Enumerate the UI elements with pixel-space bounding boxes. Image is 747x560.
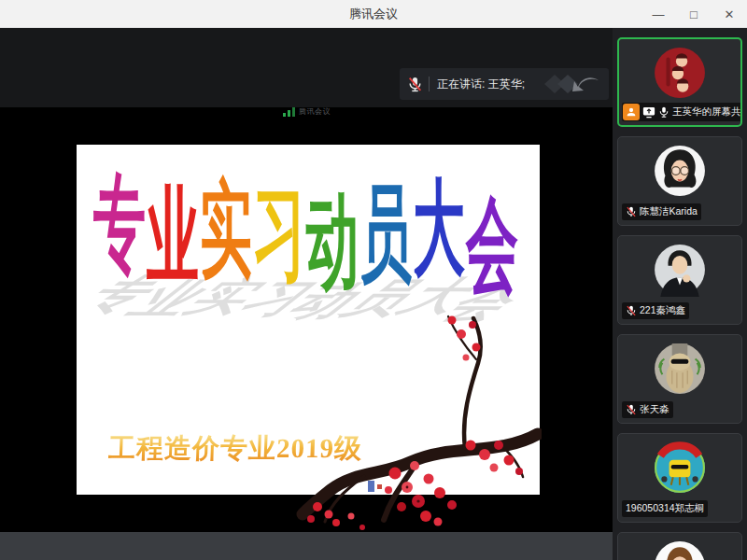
participants-sidebar: 王英华的屏幕共享 陈慧洁Karida — [613, 28, 747, 560]
mic-muted-icon — [626, 206, 637, 217]
watermark-logo-icons — [543, 72, 601, 96]
title-char: 专 — [93, 173, 120, 277]
participant-name: 陈慧洁Karida — [640, 205, 698, 218]
reply-arrow-icon — [572, 77, 599, 91]
divider — [429, 77, 430, 91]
slide-title-wrap: 专业实习动员大会 专业实习动员大会 — [93, 173, 523, 313]
mic-muted-icon — [626, 404, 637, 415]
speaking-label: 正在讲话: 王英华; — [437, 77, 543, 92]
participant-tile-partial[interactable] — [617, 532, 742, 560]
bottom-strip — [0, 532, 613, 560]
title-char: 动 — [306, 189, 333, 294]
mic-muted-icon — [407, 77, 423, 92]
participant-name: 张天淼 — [640, 403, 669, 416]
participant-tile[interactable]: 196050314郑志桐 — [617, 433, 742, 523]
participant-tile-sharing[interactable]: 王英华的屏幕共享 — [617, 37, 742, 127]
title-char: 业 — [147, 184, 174, 288]
participant-tile[interactable]: 陈慧洁Karida — [617, 136, 742, 226]
title-char: 大 — [413, 176, 440, 281]
participant-name: 王英华的屏幕共享 — [672, 105, 742, 119]
window-title: 腾讯会议 — [349, 6, 398, 22]
watermark-label: 腾讯会议 — [299, 106, 331, 117]
window-controls: — □ ✕ — [641, 0, 747, 28]
participant-tile[interactable]: 221秦鸿鑫 — [617, 235, 742, 325]
title-char: 实 — [200, 177, 227, 282]
screen-share-area: 专业实习动员大会 专业实习动员大会 工程造价专业2019级 — [0, 107, 613, 532]
avatar — [653, 342, 707, 396]
avatar — [653, 539, 707, 560]
avatar — [653, 144, 707, 198]
tile-status-row: 陈慧洁Karida — [622, 203, 701, 220]
painting-seal-red — [377, 484, 382, 489]
avatar — [653, 243, 707, 297]
screen-share-icon — [642, 106, 655, 119]
tile-status-row: 221秦鸿鑫 — [622, 302, 689, 319]
tile-status-row: 王英华的屏幕共享 — [622, 103, 742, 121]
mic-on-icon — [658, 106, 669, 118]
person-icon — [626, 106, 637, 118]
title-bar: 腾讯会议 — □ ✕ — [0, 0, 747, 28]
close-button[interactable]: ✕ — [712, 0, 747, 28]
tile-status-row: 196050314郑志桐 — [622, 500, 708, 517]
tile-status-row: 张天淼 — [622, 401, 673, 418]
participant-tile[interactable]: 张天淼 — [617, 334, 742, 424]
tencent-meeting-window: 腾讯会议 — □ ✕ 专业实习动员大会 专业实习动员大会 工程造价专业2019级 — [0, 0, 747, 560]
participant-name: 196050314郑志桐 — [626, 502, 704, 515]
title-char: 员 — [359, 182, 387, 287]
title-char: 会 — [466, 193, 493, 298]
minimize-button[interactable]: — — [641, 0, 676, 28]
plum-blossom-artwork — [278, 305, 542, 535]
signal-bars-icon — [283, 107, 296, 117]
blossom-cluster-top-twig — [448, 316, 481, 361]
blossom-cluster-left-tip — [307, 502, 365, 530]
presentation-slide: 专业实习动员大会 专业实习动员大会 工程造价专业2019级 — [77, 145, 540, 495]
slide-title: 专业实习动员大会 — [93, 173, 519, 277]
title-char: 习 — [253, 181, 280, 286]
avatar — [653, 441, 707, 495]
network-indicator: 腾讯会议 — [283, 106, 331, 117]
mic-muted-icon — [626, 305, 637, 316]
main-stage: 专业实习动员大会 专业实习动员大会 工程造价专业2019级 — [0, 28, 613, 560]
host-badge — [623, 104, 640, 120]
avatar — [653, 46, 707, 100]
speaking-indicator-bar: 正在讲话: 王英华; — [400, 68, 609, 100]
painting-seal — [368, 481, 374, 492]
maximize-button[interactable]: □ — [676, 0, 712, 28]
participant-name: 221秦鸿鑫 — [640, 304, 685, 317]
